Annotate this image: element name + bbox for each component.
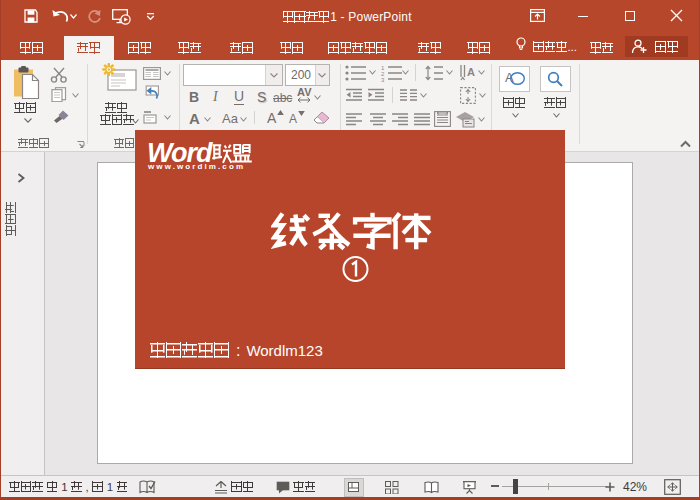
- svg-text:3: 3: [381, 77, 385, 83]
- svg-text:A: A: [467, 66, 475, 78]
